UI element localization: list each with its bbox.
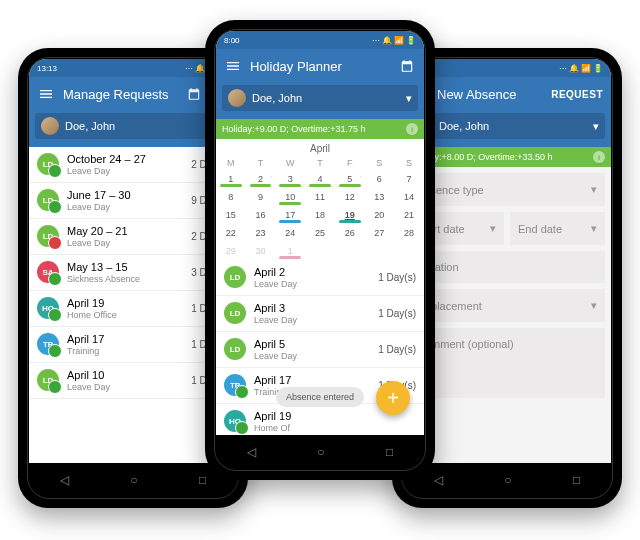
item-title: April 2 [254, 266, 370, 279]
info-icon[interactable]: i [593, 151, 605, 163]
end-date-field[interactable]: End date▾ [510, 212, 605, 245]
add-absence-fab[interactable]: + [376, 381, 410, 415]
item-subtitle: Leave Day [67, 202, 183, 212]
holiday-info-strip: Holiday:+9.00 D; Overtime:+31.75 h i [216, 119, 424, 139]
item-subtitle: Leave Day [254, 315, 370, 325]
user-name: Doe, John [65, 120, 115, 132]
page-title: Manage Requests [63, 87, 177, 102]
calendar-day[interactable]: 11 [305, 188, 335, 206]
nav-back[interactable]: ◁ [434, 473, 443, 487]
calendar-day[interactable]: 22 [216, 224, 246, 242]
calendar-day[interactable]: 13 [365, 188, 395, 206]
absence-type-field[interactable]: Absence type▾ [409, 173, 605, 206]
type-badge: LD [224, 338, 246, 360]
calendar-day[interactable] [305, 242, 335, 260]
calendar-day[interactable]: 18 [305, 206, 335, 224]
calendar-day[interactable]: 16 [246, 206, 276, 224]
calendar-day[interactable]: 30 [246, 242, 276, 260]
item-title: April 5 [254, 338, 370, 351]
menu-icon[interactable] [37, 85, 55, 103]
request-button[interactable]: REQUEST [551, 89, 603, 100]
user-selector[interactable]: Doe, John ▾ [409, 113, 605, 139]
nav-recent[interactable]: □ [199, 473, 206, 487]
calendar-day[interactable]: 6 [365, 170, 395, 188]
duration-field[interactable]: Duration [409, 251, 605, 283]
avatar [41, 117, 59, 135]
chevron-down-icon: ▾ [591, 222, 597, 235]
item-title: April 19 [67, 297, 183, 310]
screen: 8:00 ⋯🔔📶🔋 Holiday Planner Doe, John ▾ Ho… [216, 31, 424, 435]
calendar-day[interactable] [335, 242, 365, 260]
app-bar: Holiday Planner [216, 49, 424, 83]
calendar-day[interactable]: 10 [275, 188, 305, 206]
item-duration: 1 Day(s) [378, 308, 416, 319]
calendar-day[interactable]: 14 [394, 188, 424, 206]
status-icons: ⋯🔔📶🔋 [557, 64, 603, 73]
chevron-down-icon: ▾ [490, 222, 496, 235]
item-subtitle: Home Of [254, 423, 408, 433]
calendar-day[interactable]: 12 [335, 188, 365, 206]
nav-back[interactable]: ◁ [247, 445, 256, 459]
calendar-grid[interactable]: MTWTFSS12.3.45.6789101112131415161718192… [216, 156, 424, 260]
status-time: 8:00 [224, 36, 240, 45]
calendar-day[interactable]: 3. [275, 170, 305, 188]
calendar-day[interactable]: 8 [216, 188, 246, 206]
type-badge: HO [224, 410, 246, 432]
calendar-day[interactable]: 1 [216, 170, 246, 188]
calendar-day[interactable]: 23 [246, 224, 276, 242]
item-duration: 1 Day(s) [378, 344, 416, 355]
android-nav: ◁○□ [403, 463, 611, 497]
type-badge: TP [224, 374, 246, 396]
status-bar: 8:00 ⋯🔔📶🔋 [216, 31, 424, 49]
replacement-field[interactable]: Replacement▾ [409, 289, 605, 322]
item-title: April 17 [254, 374, 370, 387]
list-item[interactable]: LD April 2Leave Day 1 Day(s) [216, 260, 424, 296]
menu-icon[interactable] [224, 57, 242, 75]
calendar-icon[interactable] [398, 57, 416, 75]
nav-recent[interactable]: □ [386, 445, 393, 459]
page-title: New Absence [437, 87, 543, 102]
nav-home[interactable]: ○ [317, 445, 324, 459]
calendar-day[interactable]: 1 [275, 242, 305, 260]
calendar-day[interactable]: 15 [216, 206, 246, 224]
comment-field[interactable]: Comment (optional) [409, 328, 605, 398]
calendar-day[interactable]: 7 [394, 170, 424, 188]
type-badge: SA [37, 261, 59, 283]
calendar-day[interactable]: 24 [275, 224, 305, 242]
calendar-day[interactable] [365, 242, 395, 260]
calendar-day[interactable]: 29 [216, 242, 246, 260]
calendar-icon[interactable] [185, 85, 203, 103]
list-item[interactable]: LD April 3Leave Day 1 Day(s) [216, 296, 424, 332]
item-subtitle: Home Office [67, 310, 183, 320]
item-title: April 10 [67, 369, 183, 382]
user-selector[interactable]: Doe, John ▾ [35, 113, 231, 139]
chevron-down-icon: ▾ [593, 120, 599, 133]
calendar-day[interactable] [394, 242, 424, 260]
type-badge: LD [37, 369, 59, 391]
calendar-day[interactable]: 9 [246, 188, 276, 206]
calendar-day[interactable]: 17 [275, 206, 305, 224]
calendar-day[interactable]: 27 [365, 224, 395, 242]
android-nav: ◁○□ [216, 435, 424, 469]
calendar-day[interactable]: 21 [394, 206, 424, 224]
calendar-day[interactable]: 20 [365, 206, 395, 224]
nav-recent[interactable]: □ [573, 473, 580, 487]
calendar-day[interactable]: 4 [305, 170, 335, 188]
phone-holiday-planner: 8:00 ⋯🔔📶🔋 Holiday Planner Doe, John ▾ Ho… [205, 20, 435, 480]
calendar-day[interactable]: 19 [335, 206, 365, 224]
user-selector[interactable]: Doe, John ▾ [222, 85, 418, 111]
nav-back[interactable]: ◁ [60, 473, 69, 487]
item-subtitle: Leave Day [254, 351, 370, 361]
calendar-day[interactable]: 5. [335, 170, 365, 188]
nav-home[interactable]: ○ [504, 473, 511, 487]
calendar-day[interactable]: 2. [246, 170, 276, 188]
calendar-day[interactable]: 25 [305, 224, 335, 242]
status-time: 13:13 [37, 64, 57, 73]
user-name: Doe, John [439, 120, 489, 132]
info-icon[interactable]: i [406, 123, 418, 135]
item-duration: 1 Day(s) [378, 272, 416, 283]
calendar-day[interactable]: 28 [394, 224, 424, 242]
calendar-day[interactable]: 26 [335, 224, 365, 242]
nav-home[interactable]: ○ [130, 473, 137, 487]
list-item[interactable]: LD April 5Leave Day 1 Day(s) [216, 332, 424, 368]
